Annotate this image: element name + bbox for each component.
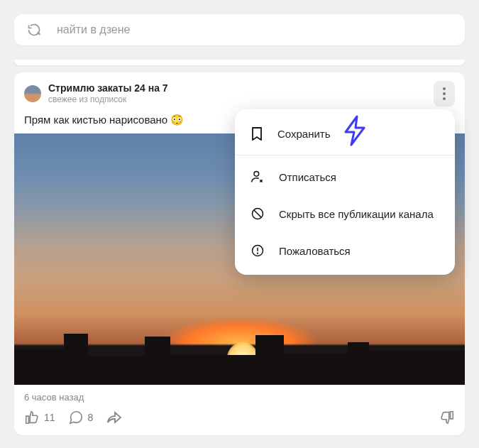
thumbs-up-icon: [24, 410, 40, 425]
dislike-button[interactable]: [439, 410, 455, 425]
svg-point-2: [443, 97, 446, 100]
menu-unsubscribe[interactable]: Отписаться: [235, 158, 455, 195]
timestamp: 6 часов назад: [24, 392, 455, 403]
person-remove-icon: [250, 170, 265, 184]
menu-unsubscribe-label: Отписаться: [279, 171, 336, 183]
more-options-button[interactable]: [434, 81, 455, 106]
previous-card-edge: [14, 60, 465, 65]
menu-report-label: Пожаловаться: [279, 245, 351, 257]
lightning-icon: [341, 115, 368, 146]
share-button[interactable]: [106, 410, 123, 425]
svg-point-1: [443, 92, 446, 95]
actions-row: 11 8: [24, 410, 455, 425]
svg-point-3: [254, 172, 259, 177]
alert-icon: [250, 244, 265, 258]
share-icon: [106, 410, 123, 425]
menu-report[interactable]: Пожаловаться: [235, 232, 455, 269]
post-footer: 6 часов назад 11 8: [14, 385, 465, 435]
post-card: Стримлю закаты 24 на 7 свежее из подписо…: [14, 72, 465, 435]
comment-count: 8: [88, 412, 94, 423]
search-input[interactable]: [57, 23, 452, 36]
avatar[interactable]: [24, 85, 41, 102]
post-subtitle: свежее из подписок: [48, 94, 434, 104]
search-container[interactable]: [14, 14, 465, 45]
block-icon: [250, 207, 265, 221]
bookmark-icon: [250, 126, 263, 141]
search-bar: [0, 0, 479, 60]
like-button[interactable]: 11: [24, 410, 55, 425]
comment-button[interactable]: 8: [68, 410, 94, 425]
menu-hide-all-label: Скрыть все публикации канала: [279, 208, 434, 220]
refresh-search-icon: [27, 23, 41, 37]
menu-hide-all[interactable]: Скрыть все публикации канала: [235, 195, 455, 232]
comment-icon: [68, 410, 84, 425]
author-block[interactable]: Стримлю закаты 24 на 7 свежее из подписо…: [48, 82, 434, 104]
like-count: 11: [44, 412, 55, 423]
thumbs-down-icon: [439, 410, 455, 425]
svg-point-6: [258, 253, 258, 253]
menu-separator: [235, 155, 455, 155]
kebab-icon: [443, 87, 446, 100]
menu-save-label: Сохранить: [277, 128, 331, 140]
post-header: Стримлю закаты 24 на 7 свежее из подписо…: [14, 72, 465, 112]
author-name: Стримлю закаты 24 на 7: [48, 82, 434, 94]
svg-point-0: [443, 87, 446, 90]
